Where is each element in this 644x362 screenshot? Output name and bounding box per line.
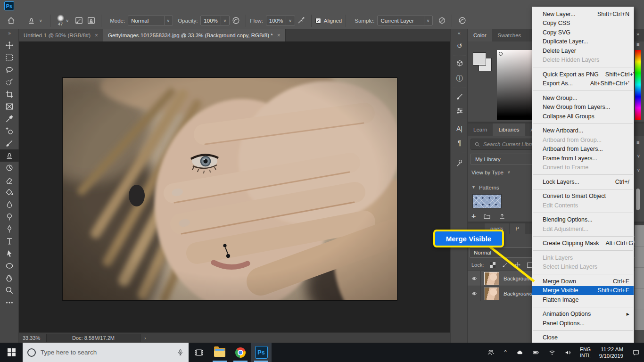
eyedropper-tool[interactable] [0, 113, 19, 125]
tools-panel-icon[interactable] [451, 157, 468, 170]
menu-item[interactable]: Merge Down Ctrl+E ▶ [532, 277, 634, 286]
start-button[interactable] [0, 343, 23, 362]
home-icon[interactable] [5, 15, 17, 26]
menu-item[interactable]: Collapse All Groups ▶ [532, 112, 634, 121]
history-brush-tool[interactable] [0, 162, 19, 174]
photo-canvas[interactable] [63, 78, 397, 300]
brush-settings-toggle-icon[interactable] [73, 15, 85, 26]
chevron-down-icon[interactable]: ∨ [637, 154, 640, 158]
pressure-opacity-icon[interactable] [230, 15, 242, 26]
show-hidden-icons-button[interactable]: ⌃ [499, 343, 512, 362]
spot-healing-tool[interactable] [0, 125, 19, 137]
patterns-section-header[interactable]: ▼ Patterns [471, 185, 499, 190]
more-tools[interactable] [0, 296, 19, 309]
file-explorer-button[interactable] [209, 343, 230, 362]
menubar-item[interactable] [33, 0, 46, 12]
frame-tool[interactable] [0, 100, 19, 113]
menubar-item[interactable] [46, 0, 59, 12]
menu-item[interactable]: Delete Layer ▶ [532, 46, 634, 56]
tool-presets-panel-icon[interactable] [451, 105, 468, 117]
menu-item[interactable]: Edit Adjustment... ▶ [532, 224, 634, 234]
pressure-size-icon[interactable] [456, 15, 468, 26]
pen-tool[interactable] [0, 223, 19, 235]
task-view-button[interactable] [189, 343, 209, 362]
menubar-item[interactable] [152, 0, 165, 12]
menu-item[interactable]: Close ▶ [532, 333, 634, 343]
microphone-icon[interactable] [177, 348, 184, 357]
menu-item[interactable]: New Group... ▶ [532, 93, 634, 103]
opacity-select[interactable]: 100% ∨ [200, 16, 230, 25]
shape-tool[interactable] [0, 260, 19, 272]
menu-item-merge-visible[interactable]: Merge Visible Shift+Ctrl+E ▶ [532, 286, 634, 296]
brush-tool[interactable] [0, 137, 19, 149]
menu-item[interactable]: Artboard from Layers... ▶ [532, 145, 634, 154]
zoom-level[interactable]: 33.33% [19, 335, 45, 341]
people-icon[interactable] [483, 343, 499, 362]
lock-position-icon[interactable] [514, 262, 521, 268]
close-tab-icon[interactable]: × [95, 32, 98, 39]
menubar-item[interactable] [59, 0, 73, 12]
collapse-toolbar-icon[interactable]: » [0, 29, 18, 38]
battery-icon[interactable] [528, 343, 544, 362]
menu-item[interactable]: Create Clipping Mask Alt+Ctrl+G ▶ [532, 239, 634, 248]
group-folder-icon[interactable] [483, 213, 491, 220]
tab-gettyimages[interactable]: GettyImages-1012558334.jpg @ 33.3% (Back… [103, 29, 286, 41]
menu-item[interactable]: Panel Options... ▶ [532, 319, 634, 328]
menu-item[interactable]: Animation Options ▶ [532, 310, 634, 319]
clone-stamp-tool[interactable] [0, 149, 19, 162]
menu-item[interactable]: Blending Options... ▶ [532, 215, 634, 225]
brush-preset-picker[interactable]: 47 [57, 15, 64, 26]
doc-size-indicator[interactable]: Doc: 8.58M/17.2M [46, 334, 140, 342]
marquee-tool[interactable] [0, 51, 19, 64]
character-panel-icon[interactable]: A| [451, 123, 468, 135]
menu-item[interactable]: Frame from Layers... ▶ [532, 154, 634, 163]
libraries-panel-menu-icon[interactable]: ≡ [636, 140, 639, 145]
clock[interactable]: 11:22 AM 9/10/2019 [594, 346, 628, 359]
add-element-icon[interactable]: + [471, 212, 476, 221]
menu-item[interactable]: New Layer... Shift+Ctrl+N ▶ [532, 9, 634, 19]
volume-icon[interactable] [560, 343, 576, 362]
language-indicator[interactable]: ENG INTL [576, 346, 594, 359]
quick-selection-tool[interactable] [0, 76, 19, 88]
brush-settings-panel-icon[interactable] [451, 90, 468, 103]
menu-item[interactable]: Flatten Image ▶ [532, 295, 634, 304]
flow-select[interactable]: 100% ∨ [266, 16, 295, 25]
chevron-down-icon[interactable]: ∨ [39, 18, 42, 23]
type-tool[interactable] [0, 235, 19, 247]
lasso-tool[interactable] [0, 64, 19, 76]
panel-scrollbar-thumb[interactable] [636, 189, 640, 210]
sample-select[interactable]: Current Layer ∨ [377, 16, 433, 25]
sync-upload-icon[interactable] [498, 213, 506, 220]
lock-paint-icon[interactable] [502, 262, 508, 268]
paragraph-panel-icon[interactable]: ¶ [451, 137, 468, 149]
tab-color[interactable]: Color [468, 29, 492, 41]
menubar-item[interactable] [86, 0, 99, 12]
pattern-thumbnail[interactable] [472, 194, 502, 208]
history-panel-icon[interactable]: ↺ [451, 40, 468, 52]
menu-item[interactable]: New Group from Layers... ▶ [532, 103, 634, 112]
menu-item[interactable]: Duplicate Layer... ▶ [532, 37, 634, 47]
menubar-item[interactable] [99, 0, 112, 12]
menubar-item[interactable] [20, 0, 33, 12]
menu-item[interactable]: New Artboard... ▶ [532, 126, 634, 136]
mode-select[interactable]: Normal ∨ [128, 16, 173, 25]
info-panel-icon[interactable]: ⓘ [451, 73, 468, 85]
foreground-color-swatch[interactable] [473, 53, 486, 65]
view-by-type-control[interactable]: View by Type ∨ [471, 170, 511, 175]
wifi-icon[interactable] [544, 343, 560, 362]
chrome-button[interactable] [230, 343, 251, 362]
chevron-down-icon[interactable]: ∨ [637, 168, 640, 173]
menu-item[interactable]: Quick Export as PNG Shift+Ctrl+' ▶ [532, 70, 634, 79]
tab-libraries[interactable]: Libraries [493, 123, 525, 136]
menubar-item[interactable] [73, 0, 86, 12]
hue-strip[interactable] [635, 50, 641, 120]
layer-thumbnail[interactable] [484, 272, 499, 285]
hand-tool[interactable] [0, 272, 19, 284]
paths-tab-partial[interactable]: P [510, 223, 525, 234]
zoom-tool[interactable] [0, 284, 19, 296]
taskbar-search[interactable] [23, 343, 189, 362]
color-picker-ring[interactable] [499, 52, 503, 56]
status-chevron-icon[interactable]: › [144, 335, 146, 341]
layer-thumbnail[interactable] [484, 287, 499, 300]
color-panel-menu-icon[interactable]: ≡ [636, 41, 639, 47]
